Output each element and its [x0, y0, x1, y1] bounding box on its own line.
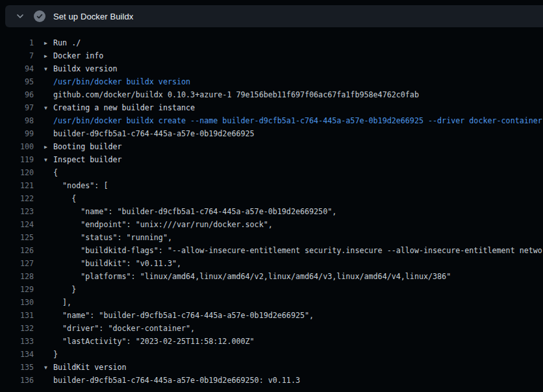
log-line: 126 "buildkitd-flags": "--allow-insecure…	[0, 244, 543, 257]
line-number[interactable]: 124	[0, 218, 34, 231]
log-group-header[interactable]: 7 ▶Docker info	[0, 49, 543, 62]
line-number[interactable]: 123	[0, 205, 34, 218]
line-content: "platforms": "linux/amd64,linux/amd64/v2…	[34, 270, 543, 283]
log-line: 120 {	[0, 166, 543, 179]
line-text: {	[53, 194, 76, 203]
line-text: {	[53, 168, 58, 177]
log-line: 132 "driver": "docker-container",	[0, 322, 543, 335]
log-line: 125 "status": "running",	[0, 231, 543, 244]
group-toggle-icon[interactable]: ▶	[44, 141, 53, 153]
log-line: 121 "nodes": [	[0, 179, 543, 192]
line-text: Creating a new builder instance	[53, 103, 195, 112]
group-toggle-icon[interactable]: ▶	[44, 50, 53, 62]
line-number[interactable]: 125	[0, 231, 34, 244]
line-text: Run ./	[53, 38, 81, 47]
log-line: 133 "lastActivity": "2023-02-25T11:58:12…	[0, 335, 543, 348]
group-toggle-icon[interactable]: ▼	[44, 154, 53, 166]
line-text: Booting builder	[53, 142, 122, 151]
step-header[interactable]: Set up Docker Buildx	[5, 5, 543, 27]
line-text: /usr/bin/docker buildx version	[53, 77, 190, 86]
line-content: builder-d9cfb5a1-c764-445a-a57e-0b19d2e6…	[34, 374, 543, 387]
log-line: 127 "buildkit": "v0.11.3",	[0, 257, 543, 270]
line-text: Inspect builder	[53, 155, 122, 164]
line-text: github.com/docker/buildx 0.10.3+azure-1 …	[53, 90, 419, 99]
line-content: "nodes": [	[34, 179, 543, 192]
line-text: }	[53, 285, 76, 294]
line-number[interactable]: 97	[0, 101, 34, 114]
line-number[interactable]: 127	[0, 257, 34, 270]
group-toggle-icon[interactable]: ▶	[44, 37, 53, 49]
line-content: {	[34, 166, 543, 179]
line-content: "name": "builder-d9cfb5a1-c764-445a-a57e…	[34, 309, 543, 322]
line-text: "endpoint": "unix:///var/run/docker.sock…	[53, 220, 273, 229]
line-text: "lastActivity": "2023-02-25T11:58:12.000…	[53, 337, 255, 346]
line-number[interactable]: 99	[0, 127, 34, 140]
log-line: 122 {	[0, 192, 543, 205]
line-number[interactable]: 94	[0, 62, 34, 75]
line-text: /usr/bin/docker buildx create --name bui…	[53, 116, 542, 125]
line-text: "buildkitd-flags": "--allow-insecure-ent…	[53, 246, 543, 255]
line-text: builder-d9cfb5a1-c764-445a-a57e-0b19d2e6…	[53, 129, 255, 138]
chevron-down-icon[interactable]	[16, 12, 25, 21]
line-number[interactable]: 136	[0, 374, 34, 387]
line-content: ▼BuildKit version	[34, 361, 543, 374]
log-group-header[interactable]: 100 ▶Booting builder	[0, 140, 543, 153]
line-content: ▼Buildx version	[34, 62, 543, 75]
line-content: ▼Inspect builder	[34, 153, 543, 166]
line-content: "status": "running",	[34, 231, 543, 244]
log-line: 128 "platforms": "linux/amd64,linux/amd6…	[0, 270, 543, 283]
log-group-header[interactable]: 97 ▼Creating a new builder instance	[0, 101, 543, 114]
line-number[interactable]: 130	[0, 296, 34, 309]
line-number[interactable]: 132	[0, 322, 34, 335]
line-number[interactable]: 122	[0, 192, 34, 205]
line-content: "buildkitd-flags": "--allow-insecure-ent…	[34, 244, 543, 257]
line-number[interactable]: 121	[0, 179, 34, 192]
line-text: "buildkit": "v0.11.3",	[53, 259, 181, 268]
line-number[interactable]: 95	[0, 75, 34, 88]
line-number[interactable]: 135	[0, 361, 34, 374]
log-line: 134 }	[0, 348, 543, 361]
line-text: "status": "running",	[53, 233, 172, 242]
group-toggle-icon[interactable]: ▼	[44, 361, 53, 374]
line-number[interactable]: 129	[0, 283, 34, 296]
line-number[interactable]: 96	[0, 88, 34, 101]
log-line: 131 "name": "builder-d9cfb5a1-c764-445a-…	[0, 309, 543, 322]
line-number[interactable]: 120	[0, 166, 34, 179]
line-number[interactable]: 100	[0, 140, 34, 153]
line-text: BuildKit version	[53, 363, 127, 372]
line-number[interactable]: 134	[0, 348, 34, 361]
line-number[interactable]: 119	[0, 153, 34, 166]
line-content: ▶Run ./	[34, 36, 543, 49]
line-content: builder-d9cfb5a1-c764-445a-a57e-0b19d2e6…	[34, 127, 543, 140]
log-line: 123 "name": "builder-d9cfb5a1-c764-445a-…	[0, 205, 543, 218]
line-content: "endpoint": "unix:///var/run/docker.sock…	[34, 218, 543, 231]
log-line: 129 }	[0, 283, 543, 296]
group-toggle-icon[interactable]: ▼	[44, 63, 53, 75]
line-text: Buildx version	[53, 64, 118, 73]
group-toggle-icon[interactable]: ▼	[44, 102, 53, 114]
log-group-header[interactable]: 135 ▼BuildKit version	[0, 361, 543, 374]
line-number[interactable]: 133	[0, 335, 34, 348]
line-content: }	[34, 348, 543, 361]
line-text: "platforms": "linux/amd64,linux/amd64/v2…	[53, 272, 451, 281]
log-line: 124 "endpoint": "unix:///var/run/docker.…	[0, 218, 543, 231]
log-group-header[interactable]: 1 ▶Run ./	[0, 36, 543, 49]
line-text: ],	[53, 298, 71, 307]
line-number[interactable]: 126	[0, 244, 34, 257]
line-content: github.com/docker/buildx 0.10.3+azure-1 …	[34, 88, 543, 101]
line-number[interactable]: 131	[0, 309, 34, 322]
line-content: "driver": "docker-container",	[34, 322, 543, 335]
log-group-header[interactable]: 94 ▼Buildx version	[0, 62, 543, 75]
line-number[interactable]: 1	[0, 36, 34, 49]
line-number[interactable]: 7	[0, 49, 34, 62]
log-line: 136 builder-d9cfb5a1-c764-445a-a57e-0b19…	[0, 374, 543, 387]
log-group-header[interactable]: 119 ▼Inspect builder	[0, 153, 543, 166]
line-content: ▼Creating a new builder instance	[34, 101, 543, 114]
line-number[interactable]: 128	[0, 270, 34, 283]
line-text: "nodes": [	[53, 181, 108, 190]
line-content: /usr/bin/docker buildx create --name bui…	[34, 114, 543, 127]
line-content: "buildkit": "v0.11.3",	[34, 257, 543, 270]
line-text: Docker info	[53, 51, 103, 60]
line-number[interactable]: 98	[0, 114, 34, 127]
line-text: "name": "builder-d9cfb5a1-c764-445a-a57e…	[53, 311, 314, 320]
